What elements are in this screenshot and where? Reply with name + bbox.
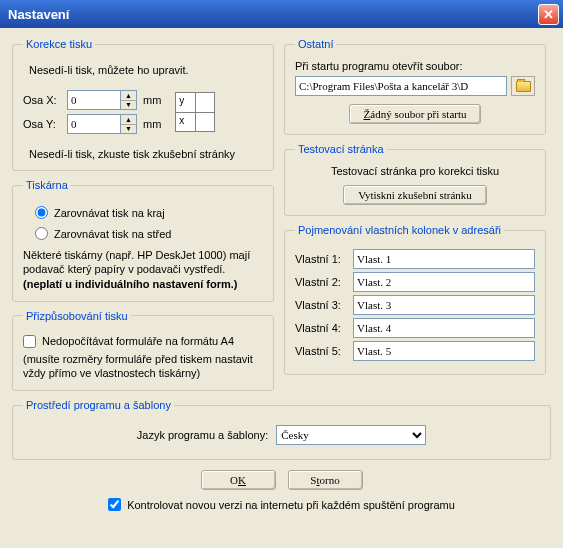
legend-prostredi: Prostředí programu a šablony xyxy=(23,399,174,411)
group-korekce: Korekce tisku Nesedí-li tisk, můžete ho … xyxy=(12,38,274,171)
label-stred: Zarovnávat tisk na střed xyxy=(54,228,171,240)
bottom-check-row: Kontrolovat novou verzi na internetu při… xyxy=(12,498,551,511)
osax-down[interactable]: ▼ xyxy=(121,101,136,110)
input-v5[interactable] xyxy=(353,341,535,361)
lbl-v5: Vlastní 5: xyxy=(295,345,353,357)
unit-x: mm xyxy=(143,94,161,106)
radio-stred[interactable] xyxy=(35,227,48,240)
ok-button[interactable]: OK xyxy=(201,470,276,490)
test-text: Testovací stránka pro korekci tisku xyxy=(295,165,535,177)
lbl-v3: Vlastní 3: xyxy=(295,299,353,311)
label-a4: Nedopočítávat formuláře na formátu A4 xyxy=(42,335,234,347)
cancel-button[interactable]: Storno xyxy=(288,470,363,490)
input-osay[interactable] xyxy=(68,115,120,133)
input-osax[interactable] xyxy=(68,91,120,109)
lbl-v2: Vlastní 2: xyxy=(295,276,353,288)
legend-korekce: Korekce tisku xyxy=(23,38,95,50)
btn-no-file[interactable]: Žádný soubor při startu xyxy=(349,104,482,124)
osax-up[interactable]: ▲ xyxy=(121,91,136,101)
input-v4[interactable] xyxy=(353,318,535,338)
btn-test-print[interactable]: Vytiskni zkušební stránku xyxy=(343,185,487,205)
group-ostatni: Ostatní Při startu programu otevřít soub… xyxy=(284,38,546,135)
group-prizpusob: Přizpůsobování tisku Nedopočítávat formu… xyxy=(12,310,274,392)
korekce-note: Nesedí-li tisk, zkuste tisk zkušební str… xyxy=(29,148,263,160)
tiskarna-note: Některé tiskárny (např. HP DeskJet 1000)… xyxy=(23,248,263,291)
radio-kraj[interactable] xyxy=(35,206,48,219)
lbl-v4: Vlastní 4: xyxy=(295,322,353,334)
close-button[interactable]: ✕ xyxy=(538,4,559,25)
folder-icon xyxy=(516,81,531,92)
chk-update-label: Kontrolovat novou verzi na internetu při… xyxy=(127,499,455,511)
legend-ostatni: Ostatní xyxy=(295,38,336,50)
lang-label: Jazyk programu a šablony: xyxy=(137,429,268,441)
group-test: Testovací stránka Testovací stránka pro … xyxy=(284,143,546,216)
browse-button[interactable] xyxy=(511,76,535,96)
prizpusob-note: (musíte rozměry formuláře před tiskem na… xyxy=(23,352,263,381)
bottom-buttons: OK Storno xyxy=(12,470,551,490)
input-v3[interactable] xyxy=(353,295,535,315)
label-osax: Osa X: xyxy=(23,94,67,106)
unit-y: mm xyxy=(143,118,161,130)
osay-down[interactable]: ▼ xyxy=(121,125,136,134)
label-osay: Osa Y: xyxy=(23,118,67,130)
axis-preview: y x xyxy=(175,92,215,132)
legend-prizpusob: Přizpůsobování tisku xyxy=(23,310,131,322)
dialog-content: Korekce tisku Nesedí-li tisk, můžete ho … xyxy=(0,28,563,521)
window-title: Nastavení xyxy=(8,7,69,22)
legend-tiskarna: Tiskárna xyxy=(23,179,71,191)
group-tiskarna: Tiskárna Zarovnávat tisk na kraj Zarovná… xyxy=(12,179,274,302)
legend-test: Testovací stránka xyxy=(295,143,387,155)
lbl-v1: Vlastní 1: xyxy=(295,253,353,265)
legend-kolonky: Pojmenování vlastních kolonek v adresáři xyxy=(295,224,504,236)
titlebar: Nastavení ✕ xyxy=(0,0,563,28)
group-kolonky: Pojmenování vlastních kolonek v adresáři… xyxy=(284,224,546,375)
input-v1[interactable] xyxy=(353,249,535,269)
lang-select[interactable]: Česky xyxy=(276,425,426,445)
osay-up[interactable]: ▲ xyxy=(121,115,136,125)
spin-osay[interactable]: ▲▼ xyxy=(67,114,137,134)
input-v2[interactable] xyxy=(353,272,535,292)
korekce-intro: Nesedí-li tisk, můžete ho upravit. xyxy=(29,64,263,76)
chk-a4[interactable] xyxy=(23,335,36,348)
input-path[interactable] xyxy=(295,76,507,96)
spin-osax[interactable]: ▲▼ xyxy=(67,90,137,110)
chk-update[interactable] xyxy=(108,498,121,511)
open-label: Při startu programu otevřít soubor: xyxy=(295,60,535,72)
group-prostredi: Prostředí programu a šablony Jazyk progr… xyxy=(12,399,551,460)
label-kraj: Zarovnávat tisk na kraj xyxy=(54,207,165,219)
